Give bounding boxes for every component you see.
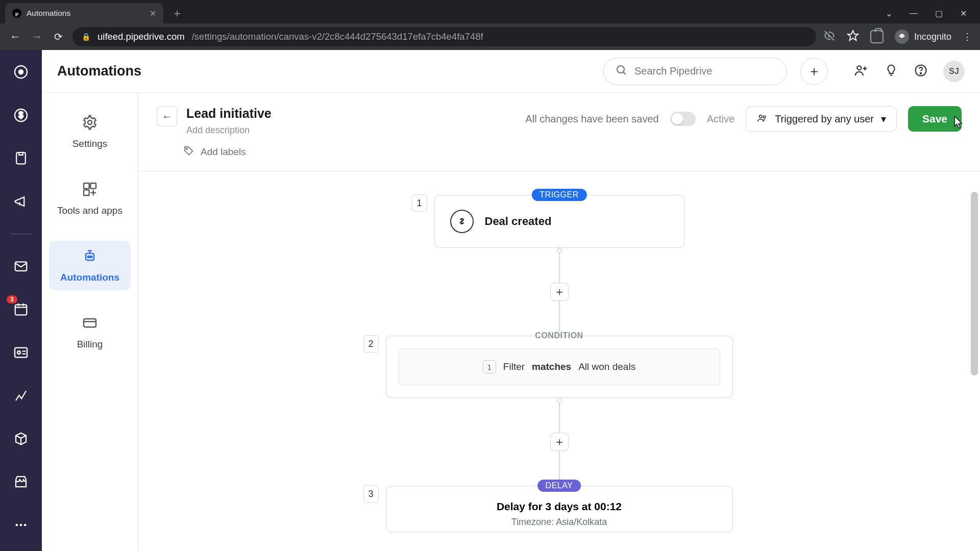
invite-users-icon[interactable] (853, 63, 869, 80)
condition-badge: CONDITION (527, 330, 591, 342)
vnav-more[interactable] (10, 514, 32, 536)
tools-icon (82, 181, 98, 200)
automation-canvas[interactable]: 1 TRIGGER Deal created (138, 171, 980, 551)
app-header: Automations ＋ (42, 50, 980, 93)
vnav-activities-badge: 3 (7, 295, 17, 304)
filter-value: All won deals (578, 361, 635, 372)
maximize-icon[interactable]: ▢ (935, 9, 943, 18)
trigger-scope-dropdown[interactable]: Triggered by any user ▾ (746, 106, 897, 132)
vnav-products[interactable] (10, 428, 32, 449)
vnav-projects[interactable] (10, 147, 32, 169)
vnav-marketplace[interactable] (10, 471, 32, 492)
close-window-icon[interactable]: ✕ (960, 9, 967, 18)
url-host: uifeed.pipedrive.com (97, 31, 185, 42)
svg-point-10 (16, 523, 18, 526)
billing-icon (82, 315, 98, 334)
vnav-contacts[interactable] (10, 342, 32, 363)
vnav-campaigns[interactable] (10, 190, 32, 212)
step-3-delay[interactable]: 3 DELAY Delay for 3 days at 00:12 Timezo… (386, 486, 733, 532)
scrollbar-thumb[interactable] (971, 192, 978, 375)
sales-assistant-icon[interactable] (884, 63, 898, 80)
svg-point-23 (90, 256, 92, 258)
url-field[interactable]: 🔒 uifeed.pipedrive.com/settings/automati… (72, 27, 816, 46)
svg-rect-20 (84, 190, 89, 195)
eye-off-icon[interactable] (823, 30, 836, 44)
chevron-down-icon: ▾ (881, 113, 886, 125)
settings-sidebar: Settings Tools and apps Automations (42, 93, 138, 551)
connector-2: ＋ (550, 398, 569, 486)
close-tab-icon[interactable]: ✕ (150, 9, 156, 18)
add-description-link[interactable]: Add description (186, 125, 272, 136)
sidebar-item-tools[interactable]: Tools and apps (49, 174, 131, 223)
step-number: 3 (363, 485, 379, 503)
active-toggle[interactable] (670, 112, 696, 126)
canvas-scrollbar[interactable] (970, 171, 979, 551)
incognito-indicator[interactable]: Incognito (895, 30, 951, 44)
svg-text:$: $ (19, 111, 23, 119)
filter-word: Filter (503, 361, 525, 372)
save-button[interactable]: Save (908, 106, 962, 132)
svg-rect-5 (16, 153, 26, 164)
add-labels-link[interactable]: Add labels (183, 145, 980, 159)
app-root: $ 3 (0, 50, 980, 551)
svg-point-12 (24, 523, 27, 526)
vnav-leads[interactable] (10, 61, 32, 83)
minimize-icon[interactable]: — (910, 9, 918, 18)
deal-icon (450, 210, 474, 233)
delay-title: Delay for 3 days at 00:12 (399, 500, 720, 513)
quick-add-button[interactable]: ＋ (800, 58, 828, 85)
trigger-badge: TRIGGER (531, 189, 586, 201)
delay-card[interactable]: Delay for 3 days at 00:12 Timezone: Asia… (386, 486, 733, 532)
svg-marker-0 (848, 31, 858, 40)
nav-back-icon[interactable]: ← (8, 30, 22, 43)
url-path: /settings/automation/canvas-v2/2c8c444d2… (192, 31, 483, 42)
step-number: 1 (412, 194, 427, 212)
svg-point-16 (920, 72, 921, 73)
editor-controls: All changes have been saved Active Trigg… (525, 106, 962, 132)
svg-point-14 (857, 66, 861, 70)
svg-rect-19 (90, 183, 96, 189)
delay-subtitle: Timezone: Asia/Kolkata (399, 517, 720, 528)
vnav-deals[interactable]: $ (10, 104, 32, 126)
vnav-mail[interactable] (10, 256, 32, 277)
canvas-pane: ← Lead initiative Add description All ch… (138, 93, 980, 551)
trigger-card[interactable]: Deal created (434, 195, 684, 248)
svg-point-11 (20, 523, 22, 526)
user-avatar[interactable]: SJ (943, 61, 965, 82)
add-step-button[interactable]: ＋ (550, 283, 569, 301)
svg-rect-24 (84, 319, 96, 327)
tab-title: Automations (27, 9, 70, 18)
sidebar-item-automations[interactable]: Automations (49, 241, 131, 290)
bookmark-star-icon[interactable] (847, 30, 859, 44)
add-step-button[interactable]: ＋ (550, 433, 569, 451)
browser-tab[interactable]: p Automations ✕ (5, 3, 163, 23)
browser-menu-icon[interactable]: ⋮ (963, 31, 972, 42)
vnav-insights[interactable] (10, 385, 32, 406)
sidebar-item-settings[interactable]: Settings (49, 107, 131, 157)
condition-filter-row[interactable]: 1 Filter matches All won deals (399, 348, 720, 385)
help-icon[interactable] (914, 63, 928, 80)
flow-column: 1 TRIGGER Deal created (386, 195, 733, 532)
condition-card[interactable]: 1 Filter matches All won deals (386, 336, 733, 398)
new-tab-button[interactable]: ＋ (168, 5, 186, 22)
svg-point-2 (19, 70, 23, 74)
automation-title[interactable]: Lead initiative (186, 106, 272, 121)
active-toggle-label: Active (707, 113, 734, 125)
svg-point-17 (88, 120, 92, 124)
global-search[interactable] (603, 58, 787, 85)
tab-strip: p Automations ✕ ＋ ⌄ — ▢ ✕ (0, 0, 980, 23)
sidebar-item-label: Tools and apps (57, 205, 122, 216)
tab-search-icon[interactable]: ⌄ (886, 9, 892, 18)
step-2-condition[interactable]: 2 CONDITION 1 Filter matches All won dea… (386, 336, 733, 398)
step-1-trigger[interactable]: 1 TRIGGER Deal created (434, 195, 684, 248)
back-button[interactable]: ← (157, 106, 177, 127)
vnav-activities[interactable]: 3 (10, 298, 32, 320)
trigger-scope-label: Triggered by any user (775, 113, 874, 125)
delay-badge: DELAY (537, 480, 581, 492)
editor-header: ← Lead initiative Add description All ch… (138, 93, 980, 136)
reload-icon[interactable]: ⟳ (51, 31, 65, 43)
global-search-input[interactable] (634, 65, 775, 77)
sidebar-item-billing[interactable]: Billing (49, 308, 131, 357)
extensions-icon[interactable] (870, 30, 884, 43)
add-labels-text: Add labels (201, 146, 246, 158)
